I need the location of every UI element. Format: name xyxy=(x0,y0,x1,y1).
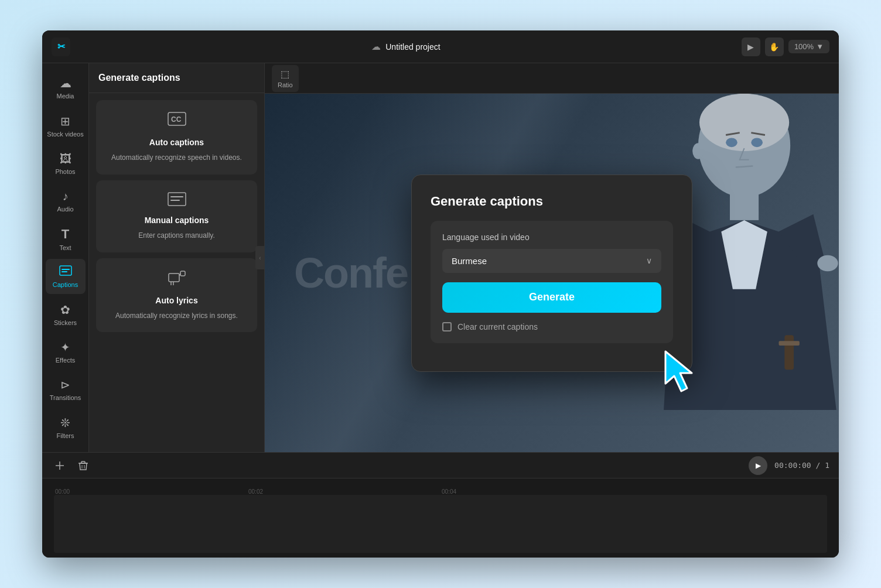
ratio-label: Ratio xyxy=(278,81,293,88)
svg-text:CC: CC xyxy=(171,115,182,124)
sidebar-item-label: Text xyxy=(59,244,71,251)
manual-captions-title: Manual captions xyxy=(145,216,209,225)
ruler-marks: 00:00 00:02 00:04 xyxy=(42,483,839,495)
sidebar-item-audio[interactable]: ♪ Audio xyxy=(46,183,86,218)
timeline-ruler: 00:00 00:02 00:04 xyxy=(42,483,839,553)
sidebar-item-label: Filters xyxy=(57,432,74,439)
timeline-play-button[interactable]: ▶ xyxy=(749,456,767,475)
manual-captions-card[interactable]: Manual captions Enter captions manually. xyxy=(96,180,257,252)
language-select-dropdown[interactable]: Burmese ∨ xyxy=(442,249,661,273)
ratio-icon: ⬚ xyxy=(281,69,289,80)
svg-rect-6 xyxy=(170,196,183,197)
effects-icon: ✦ xyxy=(60,340,70,354)
auto-captions-title: Auto captions xyxy=(149,138,204,147)
cursor-pointer xyxy=(657,346,704,401)
svg-rect-8 xyxy=(169,274,179,282)
timeline-right-controls: ▶ 00:00:00 / 1 xyxy=(749,456,829,475)
svg-rect-2 xyxy=(62,271,67,272)
svg-rect-7 xyxy=(170,200,180,201)
time-display: 00:00:00 / 1 xyxy=(774,461,829,470)
captions-icon xyxy=(59,265,72,279)
transitions-icon: ⊳ xyxy=(60,378,70,392)
sidebar-item-label: Stickers xyxy=(54,319,77,326)
auto-lyrics-card[interactable]: Auto lyrics Automatically recognize lyri… xyxy=(96,258,257,333)
left-panel: Generate captions CC Auto captions Autom… xyxy=(89,63,265,452)
sidebar-item-label: Audio xyxy=(57,206,73,213)
trim-tool-button[interactable] xyxy=(52,457,68,474)
sidebar-item-label: Photos xyxy=(55,168,75,175)
sidebar-item-stickers[interactable]: ✿ Stickers xyxy=(46,296,86,331)
preview-toolbar: ⬚ Ratio xyxy=(265,63,839,94)
left-panel-header: Generate captions xyxy=(89,63,264,93)
sidebar-item-filters[interactable]: ❊ Filters xyxy=(46,410,86,445)
sidebar-item-media[interactable]: ☁ Media xyxy=(46,70,86,105)
bottom-bar: ▶ 00:00:00 / 1 00:00 00:02 00:04 xyxy=(42,452,839,558)
svg-rect-1 xyxy=(62,269,70,270)
auto-lyrics-desc: Automatically recognize lyrics in songs. xyxy=(115,311,238,321)
generate-button[interactable]: Generate xyxy=(442,282,661,313)
sidebar: ☁ Media ⊞ Stock videos 🖼 Photos ♪ Audio … xyxy=(42,63,89,452)
sidebar-item-label: Transitions xyxy=(50,394,81,401)
sidebar-item-stock-videos[interactable]: ⊞ Stock videos xyxy=(46,108,86,143)
delete-tool-button[interactable] xyxy=(75,457,91,474)
ruler-mark-2: 00:04 xyxy=(440,488,634,495)
media-icon: ☁ xyxy=(60,76,71,90)
clear-captions-row: Clear current captions xyxy=(442,322,661,331)
auto-captions-card[interactable]: CC Auto captions Automatically recognize… xyxy=(96,100,257,175)
sidebar-item-transitions[interactable]: ⊳ Transitions xyxy=(46,372,86,407)
app-window: ✂ ☁ Untitled project ▶ ✋ 100% ▼ ☁ Media … xyxy=(42,30,839,558)
ruler-mark-1: 00:02 xyxy=(247,488,440,495)
auto-lyrics-icon xyxy=(168,270,186,290)
timeline-tracks[interactable] xyxy=(54,495,827,553)
video-preview: Confe xyxy=(265,94,839,452)
svg-rect-0 xyxy=(60,266,71,275)
manual-captions-desc: Enter captions manually. xyxy=(138,231,215,241)
chevron-down-icon: ∨ xyxy=(646,256,652,265)
hand-tool-button[interactable]: ✋ xyxy=(765,37,784,56)
ratio-button[interactable]: ⬚ Ratio xyxy=(272,65,299,92)
play-preview-button[interactable]: ▶ xyxy=(742,37,760,56)
timeline-toolbar: ▶ 00:00:00 / 1 xyxy=(42,453,839,478)
project-title[interactable]: Untitled project xyxy=(385,42,440,52)
top-bar-right: ▶ ✋ 100% ▼ xyxy=(742,37,829,56)
zoom-control[interactable]: 100% ▼ xyxy=(788,40,829,53)
sidebar-item-photos[interactable]: 🖼 Photos xyxy=(46,146,86,181)
ruler-mark-0: 00:00 xyxy=(54,488,247,495)
app-logo: ✂ xyxy=(52,37,70,56)
modal-section: Language used in video Burmese ∨ Generat… xyxy=(431,221,673,343)
manual-captions-icon xyxy=(168,192,186,210)
stock-videos-icon: ⊞ xyxy=(60,114,70,128)
preview-area: ⬚ Ratio Confe xyxy=(265,63,839,452)
stickers-icon: ✿ xyxy=(60,303,70,317)
sidebar-item-captions[interactable]: Captions xyxy=(46,259,86,294)
caption-cards-list: CC Auto captions Automatically recognize… xyxy=(89,93,264,339)
top-bar-center: ☁ Untitled project xyxy=(77,41,735,52)
timeline-content: 00:00 00:02 00:04 xyxy=(42,478,839,558)
main-content: ☁ Media ⊞ Stock videos 🖼 Photos ♪ Audio … xyxy=(42,63,839,452)
auto-lyrics-title: Auto lyrics xyxy=(155,296,197,305)
sidebar-item-label: Captions xyxy=(53,281,78,288)
filters-icon: ❊ xyxy=(60,416,70,430)
text-icon: T xyxy=(62,227,69,242)
clear-captions-checkbox[interactable] xyxy=(442,322,452,331)
modal-title: Generate captions xyxy=(431,194,673,209)
photos-icon: 🖼 xyxy=(60,152,71,166)
language-value: Burmese xyxy=(452,256,487,266)
cloud-icon: ☁ xyxy=(371,41,381,52)
sidebar-item-effects[interactable]: ✦ Effects xyxy=(46,334,86,370)
auto-captions-desc: Automatically recognize speech in videos… xyxy=(111,153,242,163)
modal-overlay: Generate captions Language used in video… xyxy=(265,94,839,452)
svg-rect-26 xyxy=(81,461,85,463)
clear-captions-label: Clear current captions xyxy=(457,322,538,331)
svg-rect-9 xyxy=(180,271,185,276)
sidebar-item-label: Media xyxy=(57,93,74,100)
modal-language-label: Language used in video xyxy=(442,233,661,242)
auto-captions-icon: CC xyxy=(168,112,186,132)
panel-collapse-handle[interactable]: ‹ xyxy=(255,246,265,269)
audio-icon: ♪ xyxy=(63,190,69,203)
sidebar-item-label: Stock videos xyxy=(47,131,83,138)
sidebar-item-text[interactable]: T Text xyxy=(46,221,86,257)
sidebar-item-label: Effects xyxy=(56,357,75,364)
svg-rect-5 xyxy=(168,193,186,206)
top-bar: ✂ ☁ Untitled project ▶ ✋ 100% ▼ xyxy=(42,30,839,63)
